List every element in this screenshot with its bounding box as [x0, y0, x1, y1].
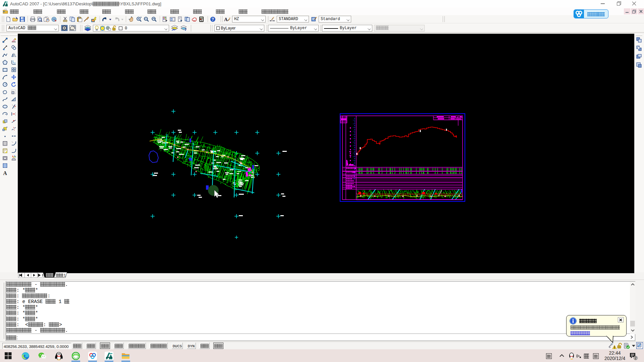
svg-text:A: A: [3, 170, 7, 176]
svg-text:?: ?: [212, 17, 214, 22]
svg-text:A: A: [224, 17, 228, 22]
svg-text:2: 2: [635, 356, 637, 360]
